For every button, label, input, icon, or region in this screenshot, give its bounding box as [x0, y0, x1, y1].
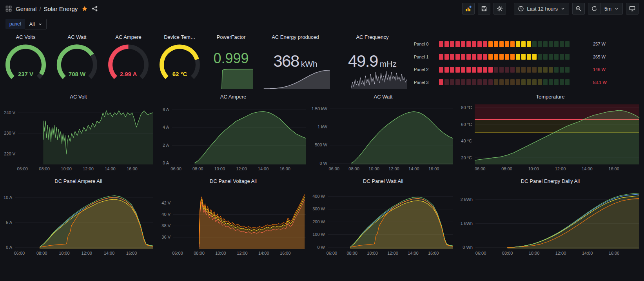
svg-text:12:00: 12:00 [81, 251, 92, 255]
dashboard-settings-button[interactable] [493, 3, 506, 15]
bargauge-row-value: 53.1 W [593, 80, 607, 85]
bargauge-row-value: 257 W [593, 42, 606, 46]
bargauge-cell [483, 41, 487, 47]
bargauge-row-label: Panel 0 [414, 42, 436, 46]
bargauge-cell [472, 41, 476, 47]
svg-text:10:00: 10:00 [368, 166, 379, 171]
bargauge-row-panel-2: Panel 2 146 W [414, 63, 641, 76]
chevron-down-icon [38, 22, 42, 26]
ac-volt-chart[interactable]: 220 V230 V240 V06:0008:0010:0012:0014:00… [0, 101, 157, 172]
svg-text:500 W: 500 W [315, 142, 327, 147]
bargauge-cell [450, 67, 454, 73]
panel-title[interactable]: AC Ampere [103, 33, 154, 42]
panel-title[interactable]: AC Frequency [334, 33, 411, 42]
dc-panel-watt-chart[interactable]: 0 W100 W200 W300 W400 W06:0008:0010:0012… [310, 186, 457, 257]
panel-ac-ampere-gauge: AC Ampere 2.99 A [103, 31, 154, 90]
refresh-button[interactable] [588, 3, 600, 15]
svg-text:14:00: 14:00 [258, 251, 269, 255]
row-ac-charts: AC Volt 220 V230 V240 V06:0008:0010:0012… [0, 90, 644, 175]
panel-title[interactable]: Device Tem… [154, 33, 205, 42]
bargauge-cell [549, 41, 553, 47]
bargauge-cell [461, 67, 465, 73]
bargauge-cell [444, 54, 449, 60]
panel-title[interactable]: AC Ampere [157, 93, 310, 101]
panel-ac-watt-chart: AC Watt 0 W500 W1 kW1.50 kW06:0008:0010:… [310, 90, 457, 175]
bargauge-row-panel-1: Panel 1 265 W [414, 51, 641, 64]
svg-text:08:00: 08:00 [502, 251, 513, 255]
breadcrumb-section[interactable]: General [16, 5, 36, 12]
bargauge-cell [466, 54, 471, 60]
bargauge-cell [472, 67, 476, 73]
svg-text:12:00: 12:00 [236, 166, 247, 171]
panel-title[interactable]: DC Panel Ampere All [0, 177, 157, 186]
bargauge-cell [450, 79, 454, 85]
bargauge-cell [466, 41, 471, 47]
save-dashboard-button[interactable] [478, 3, 490, 15]
panel-ac-volt-chart: AC Volt 220 V230 V240 V06:0008:0010:0012… [0, 90, 157, 175]
panel-title[interactable]: AC Watt [51, 33, 103, 42]
panel-dc-panels-bargauge: Panel 0 257 W Panel 1 265 W Panel 2 146 … [411, 31, 644, 90]
bargauge-cell [521, 67, 526, 73]
refresh-interval-dropdown[interactable]: 5m [600, 3, 623, 15]
ac-ampere-chart[interactable]: 0 A2 A4 A6 A06:0008:0010:0012:0014:0016:… [157, 101, 310, 172]
svg-text:10:00: 10:00 [367, 251, 378, 255]
svg-text:14:00: 14:00 [408, 251, 419, 255]
svg-text:4 A: 4 A [163, 125, 169, 130]
zoom-out-button[interactable] [572, 3, 585, 15]
svg-text:240 V: 240 V [4, 110, 15, 115]
bargauge-cell [538, 54, 542, 60]
svg-text:12:00: 12:00 [387, 251, 398, 255]
panel-dc-voltage-chart: DC Panel Voltage All 36 V38 V40 V42 V06:… [157, 175, 310, 259]
time-range-picker[interactable]: Last 12 hours [514, 3, 569, 15]
kiosk-mode-button[interactable] [626, 3, 639, 15]
bargauge-cell [494, 67, 498, 73]
svg-text:38 V: 38 V [161, 223, 171, 228]
panel-title[interactable]: Temperature [457, 93, 644, 101]
ac-watt-chart[interactable]: 0 W500 W1 kW1.50 kW06:0008:0010:0012:001… [310, 101, 457, 172]
panel-title[interactable]: PowerFactor [205, 33, 257, 42]
svg-text:16:00: 16:00 [428, 251, 439, 255]
row-top-stats: AC Volts 237 V AC Watt 708 W AC Ampere 2… [0, 31, 644, 90]
panel-title[interactable]: AC Volt [0, 93, 157, 101]
bargauge-cell [516, 79, 520, 85]
panel-title[interactable]: AC Energy produced [257, 33, 334, 42]
panel-title[interactable]: AC Volts [0, 33, 51, 42]
dc-panel-ampere-chart[interactable]: 0 A5 A10 A06:0008:0010:0012:0014:0016:00 [0, 186, 157, 257]
bargauge-cell [455, 41, 460, 47]
svg-text:16:00: 16:00 [126, 251, 137, 255]
add-panel-button[interactable] [462, 3, 475, 15]
bargauge-cell [549, 54, 553, 60]
bargauge-cell [516, 54, 520, 60]
svg-text:14:00: 14:00 [105, 166, 116, 171]
svg-text:300 W: 300 W [312, 206, 325, 211]
temperature-chart[interactable]: 20 °C40 °C60 °C80 °C06:0008:0010:0012:00… [457, 101, 644, 172]
svg-text:16:00: 16:00 [279, 166, 290, 171]
favorite-star-icon[interactable] [82, 5, 88, 12]
panel-title[interactable]: AC Watt [310, 93, 457, 101]
bargauge-cell [538, 41, 542, 47]
svg-text:230 V: 230 V [4, 131, 15, 135]
panel-title[interactable]: DC Panel Watt All [310, 177, 457, 186]
dc-panel-energy-chart[interactable]: 0 Wh1 kWh2 kWh06:0008:0010:0012:0014:001… [457, 186, 644, 257]
svg-text:06:00: 06:00 [172, 251, 183, 255]
bargauge-cell [560, 54, 564, 60]
svg-text:6 A: 6 A [163, 107, 169, 112]
bargauge-cell [560, 79, 564, 85]
bargauge-cell [521, 79, 526, 85]
breadcrumb-page-title[interactable]: Solar Energy [44, 5, 78, 12]
share-icon[interactable] [92, 5, 98, 12]
svg-text:2.99 A: 2.99 A [120, 71, 137, 77]
panel-title[interactable]: DC Panel Voltage All [157, 177, 310, 186]
bargauge-cell [543, 41, 548, 47]
variable-value-dropdown[interactable]: All [25, 19, 46, 29]
dashboards-grid-icon[interactable] [5, 5, 12, 12]
breadcrumb-separator: / [39, 5, 41, 12]
svg-text:10:00: 10:00 [61, 166, 72, 171]
panel-title[interactable]: DC Panel Energy Daily All [457, 177, 644, 186]
bargauge-cell [538, 79, 542, 85]
dc-panel-voltage-chart[interactable]: 36 V38 V40 V42 V06:0008:0010:0012:0014:0… [157, 186, 310, 257]
svg-text:16:00: 16:00 [609, 251, 620, 255]
toolbar: Last 12 hours 5m [462, 3, 639, 15]
bargauge-cell [483, 67, 487, 73]
bargauge-cell [444, 67, 449, 73]
